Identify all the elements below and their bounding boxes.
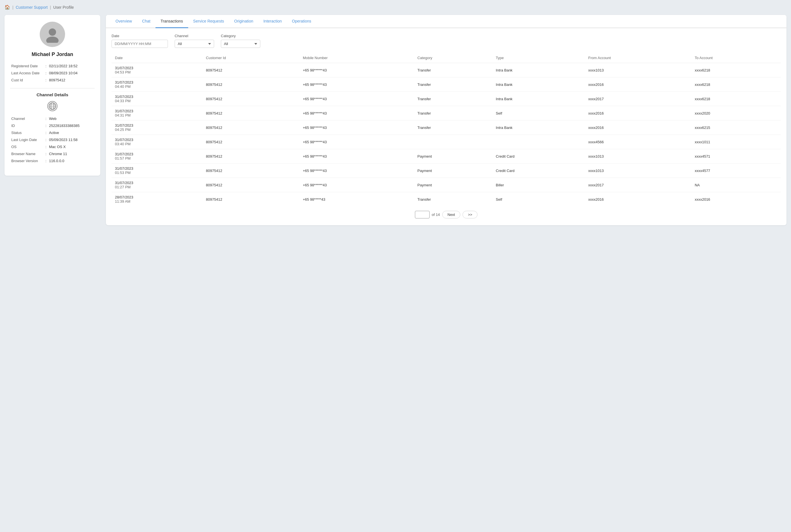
fast-forward-button[interactable]: >> — [462, 211, 477, 218]
left-panel: Michael P Jordan Registered Date : 02/11… — [4, 15, 100, 176]
browser-version-label: Browser Version — [10, 157, 44, 165]
cell-customer-id: 80975412 — [203, 106, 299, 120]
breadcrumb-sep1: | — [13, 5, 14, 10]
cell-category: Transfer — [414, 92, 492, 106]
cell-customer-id: 80975412 — [203, 178, 299, 192]
col-type: Type — [492, 53, 585, 63]
category-filter-label: Category — [221, 34, 260, 38]
breadcrumb: 🏠 | Customer Support | User Profile — [4, 4, 787, 10]
channel-info-table: Channel : Web ID : 252281833388385 Statu… — [10, 115, 95, 165]
last-access-value: 08/09/2023 10:04 — [48, 70, 95, 77]
right-panel: Overview Chat Transactions Service Reque… — [106, 15, 787, 225]
cell-customer-id: 80975412 — [203, 149, 299, 164]
svg-point-1 — [46, 37, 59, 43]
table-row[interactable]: 31/07/202304:31 PM 80975412 +65 98******… — [112, 106, 781, 120]
last-access-label: Last Access Date — [10, 70, 44, 77]
cell-mobile: +65 98******43 — [299, 164, 414, 178]
category-filter-select[interactable]: All Transfer Payment — [221, 40, 260, 48]
cell-category: Transfer — [414, 63, 492, 77]
cell-mobile: +65 98*****43 — [299, 192, 414, 207]
channel-filter-group: Channel All Web Mobile ATM — [174, 34, 214, 48]
cell-to-account: xxxx6218 — [691, 77, 781, 92]
cell-customer-id: 80975412 — [203, 92, 299, 106]
cell-from-account: xxxx2016 — [585, 106, 691, 120]
globe-icon — [47, 101, 57, 111]
cell-date: 31/07/202301:53 PM — [112, 164, 203, 178]
col-category: Category — [414, 53, 492, 63]
cell-type: Credit Card — [492, 164, 585, 178]
cell-mobile: +65 98******43 — [299, 92, 414, 106]
cell-mobile: +65 98******43 — [299, 149, 414, 164]
col-from-account: From Account — [585, 53, 691, 63]
tab-origination[interactable]: Origination — [229, 15, 258, 28]
cell-from-account: xxxx2017 — [585, 178, 691, 192]
date-filter-label: Date — [112, 34, 168, 38]
tab-bar: Overview Chat Transactions Service Reque… — [106, 15, 787, 28]
table-row[interactable]: 31/07/202301:27 PM 80975412 +65 98******… — [112, 178, 781, 192]
browser-name-label: Browser Name — [10, 150, 44, 157]
transactions-table: Date Customer Id Mobile Number Category … — [112, 53, 781, 206]
page-number-input[interactable]: 1 — [415, 211, 429, 218]
filters: Date Channel All Web Mobile ATM Category — [112, 34, 781, 48]
tab-operations[interactable]: Operations — [287, 15, 316, 28]
cell-to-account: NA — [691, 178, 781, 192]
channel-filter-select[interactable]: All Web Mobile ATM — [174, 40, 214, 48]
col-mobile: Mobile Number — [299, 53, 414, 63]
cell-to-account: xxxx6218 — [691, 63, 781, 77]
home-icon[interactable]: 🏠 — [4, 4, 10, 10]
last-login-value: 05/09/2023 11:58 — [48, 136, 95, 143]
table-row[interactable]: 31/07/202304:40 PM 80975412 +65 98******… — [112, 77, 781, 92]
cell-from-account: xxxx1013 — [585, 63, 691, 77]
registered-date-row: Registered Date : 02/11/2022 18:52 — [10, 62, 95, 70]
cell-mobile: +65 98******43 — [299, 120, 414, 135]
cell-to-account: xxxx1011 — [691, 135, 781, 149]
last-login-label: Last Login Date — [10, 136, 44, 143]
channel-details-title: Channel Details — [10, 92, 95, 97]
cell-from-account: xxxx1013 — [585, 164, 691, 178]
cell-date: 31/07/202301:57 PM — [112, 149, 203, 164]
table-row[interactable]: 31/07/202304:33 PM 80975412 +65 98******… — [112, 92, 781, 106]
cell-mobile: +65 98******43 — [299, 63, 414, 77]
cell-type: Intra Bank — [492, 77, 585, 92]
cell-date: 28/07/202311:39 AM — [112, 192, 203, 207]
last-access-row: Last Access Date : 08/09/2023 10:04 — [10, 70, 95, 77]
breadcrumb-sep2: | — [50, 5, 51, 10]
breadcrumb-customer-support-link[interactable]: Customer Support — [16, 5, 48, 10]
browser-name-row: Browser Name : Chrome 11 — [10, 150, 95, 157]
table-row[interactable]: 31/07/202304:53 PM 80975412 +65 98******… — [112, 63, 781, 77]
col-customer-id: Customer Id — [203, 53, 299, 63]
tab-transactions[interactable]: Transactions — [155, 15, 188, 28]
channel-label: Channel — [10, 115, 44, 122]
table-row[interactable]: 31/07/202301:57 PM 80975412 +65 98******… — [112, 149, 781, 164]
cell-customer-id: 80975412 — [203, 63, 299, 77]
cust-id-label: Cust Id — [10, 77, 44, 83]
channel-id-row: ID : 252281833388385 — [10, 122, 95, 129]
cell-category: Transfer — [414, 120, 492, 135]
date-filter-input[interactable] — [112, 40, 168, 48]
cell-mobile: +65 98******43 — [299, 77, 414, 92]
cell-to-account: xxxx6218 — [691, 92, 781, 106]
channel-id-value: 252281833388385 — [48, 122, 95, 129]
user-name: Michael P Jordan — [10, 52, 95, 57]
registered-date-label: Registered Date — [10, 62, 44, 70]
cell-category: Transfer — [414, 106, 492, 120]
cell-category: Payment — [414, 178, 492, 192]
table-row[interactable]: 31/07/202303:40 PM 80975412 +65 98******… — [112, 135, 781, 149]
table-row[interactable]: 28/07/202311:39 AM 80975412 +65 98*****4… — [112, 192, 781, 207]
cell-type — [492, 135, 585, 149]
table-body: 31/07/202304:53 PM 80975412 +65 98******… — [112, 63, 781, 207]
cell-date: 31/07/202303:40 PM — [112, 135, 203, 149]
table-row[interactable]: 31/07/202301:53 PM 80975412 +65 98******… — [112, 164, 781, 178]
last-login-row: Last Login Date : 05/09/2023 11:58 — [10, 136, 95, 143]
cell-customer-id: 80975412 — [203, 164, 299, 178]
tab-interaction[interactable]: Interaction — [258, 15, 287, 28]
cell-date: 31/07/202304:33 PM — [112, 92, 203, 106]
tab-chat[interactable]: Chat — [137, 15, 155, 28]
avatar-silhouette-svg — [44, 26, 61, 43]
cell-from-account: xxxx2016 — [585, 192, 691, 207]
tab-service-requests[interactable]: Service Requests — [188, 15, 229, 28]
next-button[interactable]: Next — [442, 211, 461, 218]
os-row: OS : Mac OS X — [10, 143, 95, 150]
tab-overview[interactable]: Overview — [110, 15, 137, 28]
table-row[interactable]: 31/07/202304:25 PM 80975412 +65 98******… — [112, 120, 781, 135]
